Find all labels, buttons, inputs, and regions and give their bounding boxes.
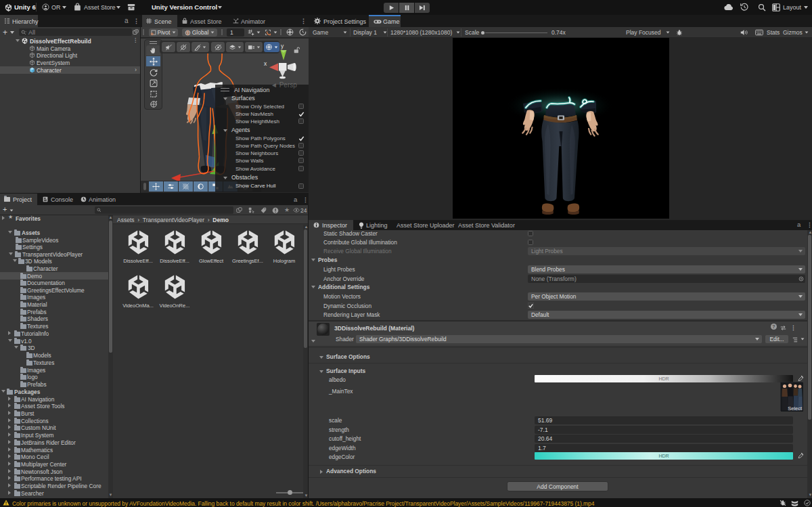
svg-text:Select: Select <box>788 405 803 412</box>
svg-text:x: x <box>264 60 267 67</box>
svg-text:y: y <box>281 43 284 49</box>
